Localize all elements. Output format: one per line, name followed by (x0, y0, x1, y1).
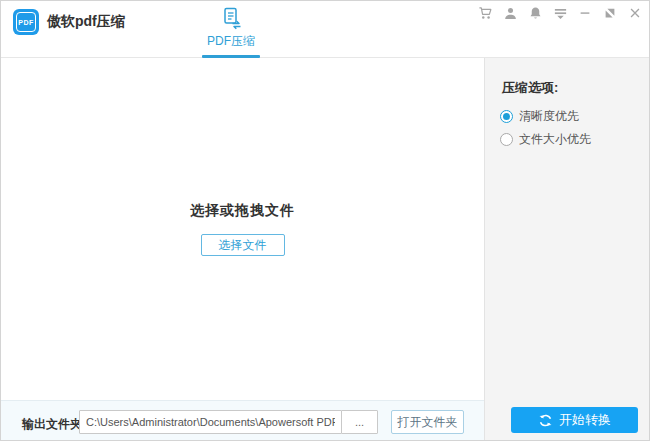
convert-refresh-icon (538, 413, 553, 428)
open-folder-button[interactable]: 打开文件夹 (391, 410, 464, 434)
file-dropzone[interactable]: 选择或拖拽文件 选择文件 (1, 58, 484, 400)
browse-button[interactable]: ... (341, 410, 378, 434)
output-path-input[interactable] (79, 410, 342, 434)
app-title: 傲软pdf压缩 (47, 13, 125, 31)
output-folder-label: 输出文件夹: (22, 416, 86, 433)
app-logo: PDF (13, 9, 39, 35)
cart-icon[interactable] (477, 5, 493, 21)
options-heading: 压缩选项: (502, 79, 558, 97)
radio-clarity-priority-label: 清晰度优先 (519, 108, 579, 125)
compression-options-panel: 压缩选项: 清晰度优先 文件大小优先 (484, 58, 650, 441)
app-logo-pdf-icon: PDF (16, 12, 36, 32)
menu-icon[interactable] (552, 5, 568, 21)
radio-clarity-priority[interactable]: 清晰度优先 (500, 108, 579, 125)
titlebar-tools (477, 4, 643, 22)
tab-pdf-compress-label: PDF压缩 (197, 33, 265, 50)
select-file-button[interactable]: 选择文件 (201, 234, 285, 256)
app-window: PDF 傲软pdf压缩 PDF压缩 (0, 0, 650, 441)
user-icon[interactable] (502, 5, 518, 21)
maximize-icon[interactable] (602, 5, 618, 21)
titlebar: PDF 傲软pdf压缩 PDF压缩 (1, 1, 650, 58)
tab-pdf-compress[interactable]: PDF压缩 (197, 5, 265, 50)
radio-unselected-icon[interactable] (500, 133, 513, 146)
close-icon[interactable] (627, 5, 643, 21)
minimize-icon[interactable] (577, 5, 593, 21)
radio-selected-icon[interactable] (500, 110, 513, 123)
footer-bar: 输出文件夹: ... 打开文件夹 (1, 400, 484, 441)
start-convert-label: 开始转换 (559, 411, 611, 429)
start-convert-button[interactable]: 开始转换 (511, 407, 638, 433)
radio-filesize-priority-label: 文件大小优先 (519, 131, 591, 148)
bell-icon[interactable] (527, 5, 543, 21)
radio-filesize-priority[interactable]: 文件大小优先 (500, 131, 591, 148)
dropzone-title: 选择或拖拽文件 (190, 202, 295, 220)
document-convert-icon (218, 5, 244, 31)
